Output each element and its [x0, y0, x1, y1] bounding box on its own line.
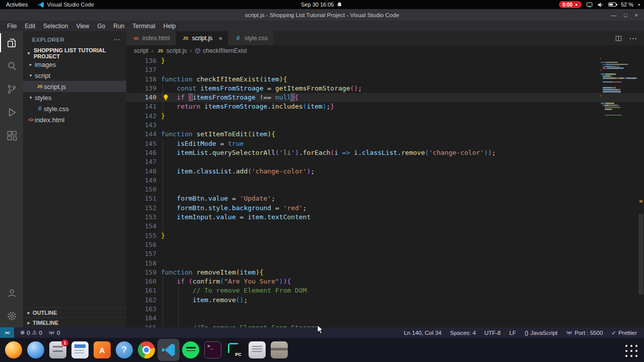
source-control-icon[interactable]: [0, 77, 23, 101]
code-line-159[interactable]: 159function removeItem(item){: [126, 268, 644, 277]
tab-style.css[interactable]: #style.css: [228, 31, 274, 45]
window-title-bar[interactable]: script.js - Shopping List Tutorial Proje…: [0, 9, 644, 21]
code-line-148[interactable]: 148 item.classList.add('change-color');: [126, 167, 644, 176]
project-section-header[interactable]: ▾ SHOPPING LIST TUTORIAL PROJECT: [23, 48, 126, 59]
code-line-137[interactable]: 137: [126, 65, 644, 74]
ports-indicator[interactable]: 0: [48, 329, 60, 336]
tree-item-styles[interactable]: ▾styles: [23, 92, 126, 103]
code-line-150[interactable]: 150: [126, 185, 644, 194]
scrollbar-thumb[interactable]: [638, 214, 643, 295]
dock-icon-terminal[interactable]: [202, 339, 224, 361]
code-line-142[interactable]: 142}: [126, 112, 644, 121]
dock-icon-help[interactable]: [113, 339, 135, 361]
close-button[interactable]: ×: [635, 12, 638, 18]
code-line-146[interactable]: 146 itemList.querySelectorAll('li').forE…: [126, 148, 644, 157]
menu-item-file[interactable]: File: [3, 21, 21, 31]
code-line-153[interactable]: 153 itemInput.value = item.textContent: [126, 213, 644, 222]
extensions-icon[interactable]: [0, 124, 23, 147]
dock-icon-writer[interactable]: [69, 339, 91, 361]
code-line-139[interactable]: 139 const itemsFromStroage = getItemsFro…: [126, 84, 644, 93]
code-line-161[interactable]: 161 // To remove Element From DOM: [126, 286, 644, 295]
code-line-157[interactable]: 157: [126, 249, 644, 258]
tree-item-script[interactable]: ▾script: [23, 70, 126, 81]
menu-item-go[interactable]: Go: [93, 21, 109, 31]
maximize-button[interactable]: □: [624, 12, 627, 18]
minimize-button[interactable]: —: [611, 12, 616, 18]
tree-item-style.css[interactable]: #style.css: [23, 103, 126, 114]
dock-icon-pycharm[interactable]: [224, 339, 246, 361]
dock-icon-firefox[interactable]: [3, 339, 25, 361]
encoding-indicator[interactable]: UTF-8: [485, 330, 501, 336]
code-line-163[interactable]: 163: [126, 305, 644, 314]
code-line-151[interactable]: 151 formBtn.value = 'Update';: [126, 194, 644, 203]
code-line-140[interactable]: 140 if (itemsFromStroage !== null){: [126, 93, 644, 102]
prettier-indicator[interactable]: ✓ Prettier: [611, 329, 637, 336]
dock-icon-chrome[interactable]: [135, 339, 157, 361]
remote-indicator[interactable]: ><: [0, 327, 14, 338]
tree-item-index.html[interactable]: <>index.html: [23, 114, 126, 125]
line-col-indicator[interactable]: Ln 140, Col 34: [404, 330, 442, 336]
code-line-156[interactable]: 156: [126, 240, 644, 249]
split-editor-icon[interactable]: [615, 35, 622, 42]
minimap[interactable]: [601, 58, 637, 117]
indentation-indicator[interactable]: Spaces: 4: [450, 330, 475, 336]
screen-recording-indicator[interactable]: 0:00: [559, 1, 582, 8]
menu-item-selection[interactable]: Selection: [39, 21, 72, 31]
editor-more-actions-icon[interactable]: ⋯: [629, 34, 637, 43]
system-tray[interactable]: 0:00 52 % ▾: [559, 1, 644, 8]
menu-item-run[interactable]: Run: [109, 21, 128, 31]
dock-icon-thunderbird[interactable]: [25, 339, 47, 361]
breadcrumb-item-script.js[interactable]: JSscript.js: [156, 47, 187, 54]
dock-icon-appgrid[interactable]: [619, 339, 641, 361]
menu-item-view[interactable]: View: [72, 21, 93, 31]
outline-section[interactable]: ▸ OUTLINE: [23, 307, 126, 317]
search-icon[interactable]: [0, 54, 23, 77]
dock-icon-document[interactable]: [246, 339, 268, 361]
code-line-145[interactable]: 145 isEditMode = true: [126, 139, 644, 148]
timeline-section[interactable]: ▸ TIMELINE: [23, 317, 126, 327]
code-line-152[interactable]: 152 formBtn.style.background = 'red';: [126, 204, 644, 213]
breadcrumb-item-script[interactable]: script: [134, 47, 148, 54]
eol-indicator[interactable]: LF: [509, 330, 516, 336]
dock-icon-archive[interactable]: [268, 339, 290, 361]
tab-index.html[interactable]: <>index.html: [126, 31, 176, 45]
dock-icon-software[interactable]: [91, 339, 113, 361]
code-line-144[interactable]: 144function setItemToEdit(item){: [126, 130, 644, 139]
views-more-icon[interactable]: ⋯: [114, 36, 121, 43]
vertical-scrollbar[interactable]: [638, 56, 644, 327]
menu-item-edit[interactable]: Edit: [21, 21, 39, 31]
code-line-149[interactable]: 149: [126, 176, 644, 185]
code-line-141[interactable]: 141 return itemsFromStroage.includes(ite…: [126, 102, 644, 111]
breadcrumb-item-checkIfItemExist[interactable]: checkIfItemExist: [195, 47, 247, 54]
settings-icon[interactable]: [0, 304, 23, 327]
close-tab-icon[interactable]: ×: [218, 35, 222, 42]
code-line-143[interactable]: 143: [126, 121, 644, 130]
tree-item-images[interactable]: ▸images: [23, 59, 126, 70]
code-line-162[interactable]: 162 item.remove();: [126, 296, 644, 305]
dock-icon-files[interactable]: 1: [47, 339, 69, 361]
code-line-136[interactable]: 136}: [126, 56, 644, 65]
code-line-138[interactable]: 138function checkIfItemExist(item){: [126, 75, 644, 84]
focused-app-indicator[interactable]: Visual Studio Code: [34, 2, 98, 8]
code-line-164[interactable]: 164: [126, 314, 644, 323]
code-line-154[interactable]: 154: [126, 222, 644, 231]
menu-item-terminal[interactable]: Terminal: [128, 21, 159, 31]
code-editor[interactable]: 136}137138function checkIfItemExist(item…: [126, 56, 644, 327]
explorer-icon[interactable]: [0, 31, 23, 54]
live-server-port[interactable]: Port : 5500: [566, 329, 603, 336]
code-line-155[interactable]: 155}: [126, 231, 644, 240]
code-line-165[interactable]: 165 //To remove Element From Storage: [126, 323, 644, 327]
clock[interactable]: Sep 30 16:05: [301, 2, 343, 8]
menu-item-help[interactable]: Help: [159, 21, 180, 31]
dock-icon-vscode[interactable]: [157, 339, 180, 361]
code-line-158[interactable]: 158: [126, 259, 644, 268]
language-indicator[interactable]: {} JavaScript: [525, 330, 557, 336]
lightbulb-icon[interactable]: [163, 94, 169, 101]
dock-icon-spotify[interactable]: [180, 339, 202, 361]
run-debug-icon[interactable]: [0, 101, 23, 124]
tree-item-script.js[interactable]: JSscript.js: [23, 81, 126, 92]
code-line-147[interactable]: 147: [126, 157, 644, 166]
activities-button[interactable]: Activities: [0, 0, 34, 9]
code-line-160[interactable]: 160 if (confirm("Are You Sure")){: [126, 277, 644, 286]
problems-indicator[interactable]: ⊗ 0 ⚠ 0: [20, 329, 42, 336]
